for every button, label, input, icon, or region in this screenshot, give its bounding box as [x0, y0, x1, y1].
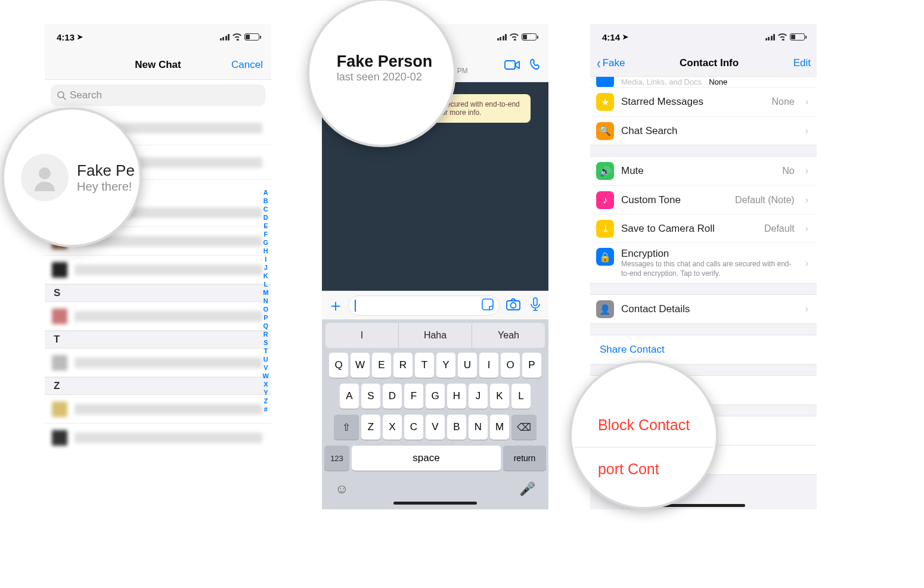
key-b[interactable]: B — [447, 415, 466, 440]
suggestion[interactable]: Haha — [398, 323, 472, 348]
key-g[interactable]: G — [426, 384, 445, 409]
index-letter[interactable]: K — [263, 272, 269, 280]
microphone-icon[interactable] — [527, 297, 544, 314]
key-y[interactable]: Y — [436, 353, 455, 378]
row-tone[interactable]: ♪ Custom Tone Default (Note) › — [590, 185, 817, 214]
section-header-z: Z — [45, 377, 271, 395]
row-encryption[interactable]: 🔒 Encryption Messages to this chat and c… — [590, 242, 817, 283]
dictation-key[interactable]: 🎤 — [519, 481, 535, 497]
key-j[interactable]: J — [469, 384, 488, 409]
index-letter[interactable]: P — [263, 313, 269, 322]
cancel-button[interactable]: Cancel — [231, 59, 263, 71]
voice-call-icon[interactable] — [529, 58, 542, 74]
index-letter[interactable]: # — [263, 405, 269, 413]
key-m[interactable]: M — [490, 415, 509, 440]
key-k[interactable]: K — [490, 384, 509, 409]
row-chat-search[interactable]: 🔍 Chat Search › — [590, 116, 817, 145]
row-mute[interactable]: 🔊 Mute No › — [590, 157, 817, 185]
key-q[interactable]: Q — [329, 353, 348, 378]
edit-button[interactable]: Edit — [793, 57, 811, 69]
index-letter[interactable]: A — [263, 188, 269, 197]
contact-name: Fake Pe — [77, 161, 135, 180]
home-indicator[interactable] — [662, 504, 745, 507]
index-letter[interactable]: M — [263, 288, 269, 297]
list-item[interactable] — [45, 395, 271, 424]
index-letter[interactable]: J — [263, 263, 269, 272]
key-h[interactable]: H — [447, 384, 466, 409]
index-letter[interactable]: I — [263, 255, 269, 263]
list-item[interactable] — [45, 424, 271, 452]
key-w[interactable]: W — [351, 353, 370, 378]
key-a[interactable]: A — [340, 384, 359, 409]
row-contact-details[interactable]: 👤 Contact Details › — [590, 295, 817, 323]
index-letter[interactable]: B — [263, 197, 269, 205]
search-input[interactable]: Search — [51, 85, 265, 106]
key-x[interactable]: X — [383, 415, 402, 440]
index-letter[interactable]: O — [263, 305, 269, 313]
key-l[interactable]: L — [511, 384, 531, 409]
index-letter[interactable]: Z — [263, 397, 269, 405]
index-letter[interactable]: R — [263, 330, 269, 338]
camera-icon[interactable] — [503, 298, 523, 313]
suggestion[interactable]: Yeah — [472, 323, 545, 348]
home-indicator[interactable] — [393, 502, 477, 505]
row-media[interactable]: Media, Links, and Docs None — [590, 77, 817, 88]
list-item[interactable] — [45, 302, 271, 331]
row-value: Default — [764, 223, 795, 234]
index-letter[interactable]: S — [263, 338, 269, 347]
key-o[interactable]: O — [501, 353, 520, 378]
index-letter[interactable]: H — [263, 247, 269, 255]
keyboard[interactable]: I Haha Yeah QWERTYUIOP ASDFGHJKL ⇧ ZXCVB… — [322, 319, 548, 509]
space-key[interactable]: space — [352, 446, 501, 471]
search-icon: 🔍 — [596, 122, 614, 140]
key-d[interactable]: D — [383, 384, 402, 409]
back-button[interactable]: ‹Fake — [596, 54, 625, 73]
key-c[interactable]: C — [404, 415, 423, 440]
index-letter[interactable]: V — [263, 363, 269, 372]
key-v[interactable]: V — [426, 415, 445, 440]
index-letter[interactable]: E — [263, 222, 269, 230]
key-i[interactable]: I — [479, 353, 498, 378]
key-e[interactable]: E — [372, 353, 391, 378]
index-letter[interactable]: F — [263, 230, 269, 238]
index-letter[interactable]: U — [263, 355, 269, 363]
navbar-contact-info: ‹Fake Contact Info Edit — [590, 50, 817, 76]
key-r[interactable]: R — [393, 353, 413, 378]
text-cursor — [355, 300, 356, 312]
keyboard-suggestions[interactable]: I Haha Yeah — [325, 323, 545, 348]
index-letter[interactable]: L — [263, 280, 269, 288]
message-input[interactable] — [348, 295, 500, 316]
attach-button[interactable]: ＋ — [327, 294, 345, 317]
row-starred[interactable]: ★ Starred Messages None › — [590, 88, 817, 116]
index-letter[interactable]: N — [263, 297, 269, 305]
share-contact-button[interactable]: Share Contact — [590, 335, 817, 365]
key-u[interactable]: U — [458, 353, 477, 378]
numbers-key[interactable]: 123 — [324, 446, 349, 471]
sticker-icon[interactable] — [481, 298, 494, 313]
key-n[interactable]: N — [469, 415, 488, 440]
key-z[interactable]: Z — [361, 415, 380, 440]
key-t[interactable]: T — [415, 353, 434, 378]
index-letter[interactable]: Q — [263, 322, 269, 330]
key-s[interactable]: S — [361, 384, 380, 409]
key-p[interactable]: P — [522, 353, 541, 378]
index-letter[interactable]: Y — [263, 388, 269, 397]
backspace-key[interactable]: ⌫ — [511, 415, 537, 440]
index-letter[interactable]: W — [263, 372, 269, 380]
emoji-key[interactable]: ☺ — [335, 481, 348, 497]
row-save-roll[interactable]: ⤓ Save to Camera Roll Default › — [590, 214, 817, 242]
index-letter[interactable]: T — [263, 347, 269, 355]
battery-icon — [522, 33, 537, 41]
index-letter[interactable]: D — [263, 213, 269, 222]
shift-key[interactable]: ⇧ — [334, 415, 359, 440]
list-item[interactable] — [45, 349, 271, 377]
index-letter[interactable]: G — [263, 238, 269, 247]
list-item[interactable] — [45, 256, 271, 284]
key-f[interactable]: F — [404, 384, 423, 409]
index-letter[interactable]: X — [263, 380, 269, 388]
suggestion[interactable]: I — [325, 323, 398, 348]
index-letter[interactable]: C — [263, 205, 269, 213]
return-key[interactable]: return — [503, 446, 546, 471]
alphabet-index[interactable]: ABCDEFGHIJKLMNOPQRSTUVWXYZ# — [263, 188, 269, 413]
video-call-icon[interactable] — [504, 60, 520, 73]
